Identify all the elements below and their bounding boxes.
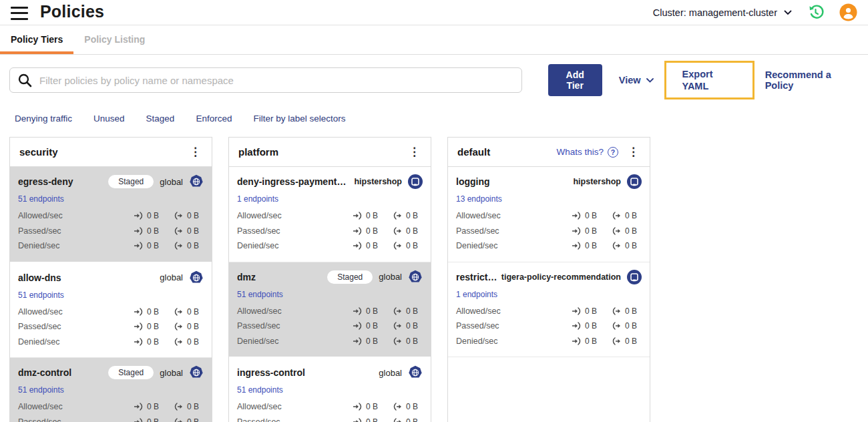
egress-icon [612, 322, 622, 330]
metric-label: Allowed/sec [18, 402, 63, 411]
policy-card-logging[interactable]: logginghipstershop13 endpointsAllowed/se… [448, 167, 650, 262]
endpoints-link[interactable]: 51 endpoints [18, 290, 64, 300]
tier-header: defaultWhats this??⋮ [448, 138, 650, 167]
policy-card-dmz-control[interactable]: dmz-controlStagedglobal51 endpointsAllow… [10, 358, 212, 422]
history-icon [807, 3, 825, 21]
metric-value: 0 B [366, 241, 378, 250]
ingress-metric: 0 B [353, 321, 383, 331]
policy-card-dmz[interactable]: dmzStagedglobal51 endpointsAllowed/sec0 … [229, 262, 431, 359]
metric-value: 0 B [585, 226, 597, 236]
endpoints-link[interactable]: 51 endpoints [18, 194, 64, 204]
metric-value: 0 B [147, 211, 159, 220]
egress-metric: 0 B [393, 402, 423, 411]
filter-staged[interactable]: Staged [146, 114, 175, 124]
metric-row: Passed/sec0 B0 B [237, 415, 423, 422]
ingress-icon [572, 212, 582, 220]
ingress-metric: 0 B [572, 241, 602, 250]
endpoints-link[interactable]: 51 endpoints [237, 290, 283, 299]
tiers-board: security⋮egress-denyStagedglobal51 endpo… [9, 137, 853, 422]
metric-row: Passed/sec0 B0 B [18, 415, 204, 422]
egress-metric: 0 B [393, 226, 423, 236]
ingress-icon [572, 307, 582, 315]
tier-menu-icon[interactable]: ⋮ [405, 146, 424, 158]
metric-value: 0 B [366, 321, 378, 331]
global-scope-icon [408, 365, 423, 380]
metric-value: 0 B [187, 417, 199, 422]
ingress-icon [353, 337, 363, 345]
scope-label: global [379, 272, 402, 282]
ingress-icon [353, 242, 363, 250]
egress-icon [174, 323, 184, 331]
scope-label: global [160, 177, 183, 187]
egress-metric: 0 B [174, 402, 204, 411]
metric-value: 0 B [147, 402, 159, 411]
global-scope-icon [189, 365, 204, 380]
egress-metric: 0 B [393, 211, 423, 220]
ingress-icon [134, 242, 144, 250]
policy-card-allow-dns[interactable]: allow-dnsglobal51 endpointsAllowed/sec0 … [10, 263, 212, 359]
policy-card-egress-deny[interactable]: egress-denyStagedglobal51 endpointsAllow… [10, 167, 212, 263]
tier-name: default [457, 146, 490, 158]
metric-row: Allowed/sec0 B0 B [18, 399, 204, 415]
metric-label: Allowed/sec [237, 402, 282, 411]
scope-label: hipstershop [573, 177, 621, 186]
top-bar: Policies Cluster: management-cluster [0, 0, 868, 25]
metric-value: 0 B [625, 321, 637, 331]
tab-policy-tiers[interactable]: Policy Tiers [0, 25, 73, 54]
ingress-metric: 0 B [353, 226, 383, 236]
filter-by-label-selectors[interactable]: Filter by label selectors [253, 114, 345, 124]
whats-this-link[interactable]: Whats this?? [556, 147, 618, 158]
add-tier-button[interactable]: Add Tier [548, 64, 602, 96]
search-input[interactable] [9, 67, 522, 93]
filter-enforced[interactable]: Enforced [196, 114, 232, 124]
menu-icon[interactable] [11, 7, 28, 20]
metric-value: 0 B [406, 306, 418, 316]
recommend-policy-button[interactable]: Recommend a Policy [765, 69, 853, 91]
view-dropdown[interactable]: View [619, 75, 654, 85]
cluster-selector[interactable]: Cluster: management-cluster [653, 7, 792, 18]
ingress-metric: 0 B [134, 241, 164, 250]
ingress-icon [572, 337, 582, 345]
metric-label: Passed/sec [18, 417, 61, 422]
user-menu[interactable] [839, 3, 857, 21]
policy-card-restricted[interactable]: restrictedtigera-policy-recommendation1 … [448, 262, 650, 358]
metric-value: 0 B [187, 322, 199, 331]
filter-unused[interactable]: Unused [93, 114, 125, 124]
metric-row: Denied/sec0 B0 B [237, 334, 423, 349]
ingress-icon [353, 212, 363, 220]
ingress-metric: 0 B [353, 241, 383, 250]
metric-label: Passed/sec [456, 321, 499, 331]
metric-row: Allowed/sec0 B0 B [456, 208, 642, 224]
tier-menu-icon[interactable]: ⋮ [624, 146, 643, 158]
policy-card-deny-ingress-paymentservi[interactable]: deny-ingress-paymentservi…hipstershop1 e… [229, 167, 431, 262]
policy-card-ingress-control[interactable]: ingress-controlglobal51 endpointsAllowed… [229, 358, 431, 422]
tab-policy-listing[interactable]: Policy Listing [73, 25, 156, 54]
metric-label: Passed/sec [18, 322, 61, 331]
policy-name: deny-ingress-paymentservi… [237, 176, 354, 187]
endpoints-link[interactable]: 1 endpoints [456, 290, 497, 299]
tier-menu-icon[interactable]: ⋮ [186, 146, 205, 158]
endpoints-link[interactable]: 13 endpoints [456, 194, 502, 204]
egress-icon [393, 242, 403, 250]
scope-label: global [160, 272, 183, 282]
metric-label: Allowed/sec [18, 307, 63, 316]
metric-label: Passed/sec [237, 321, 280, 331]
metric-label: Passed/sec [18, 226, 61, 236]
metric-row: Passed/sec0 B0 B [456, 319, 642, 334]
ingress-icon [134, 418, 144, 422]
metric-row: Denied/sec0 B0 B [18, 238, 204, 254]
egress-icon [174, 227, 184, 235]
filter-denying-traffic[interactable]: Denying traffic [15, 114, 72, 124]
egress-metric: 0 B [174, 241, 204, 250]
metric-value: 0 B [585, 211, 597, 220]
ingress-metric: 0 B [353, 337, 383, 346]
ingress-icon [353, 227, 363, 235]
endpoints-link[interactable]: 1 endpoints [237, 194, 278, 204]
metric-value: 0 B [187, 226, 199, 236]
metric-value: 0 B [147, 307, 159, 316]
endpoints-link[interactable]: 51 endpoints [237, 385, 283, 395]
endpoints-link[interactable]: 51 endpoints [18, 385, 64, 395]
metric-value: 0 B [147, 337, 159, 347]
export-yaml-button[interactable]: Export YAML [664, 61, 754, 99]
history-button[interactable] [807, 3, 825, 21]
